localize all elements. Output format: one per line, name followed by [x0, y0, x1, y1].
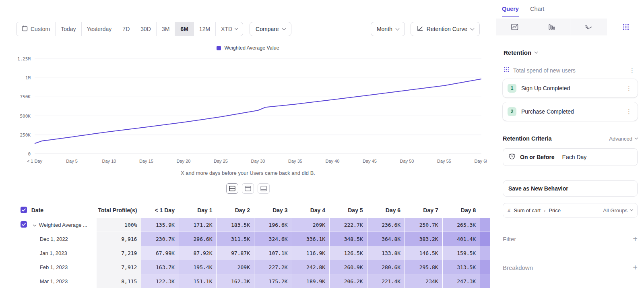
retention-cell[interactable]: 296.6K: [179, 232, 217, 246]
retention-cell[interactable]: 196.6K: [254, 218, 292, 232]
collapse-chevron-icon[interactable]: [33, 223, 36, 226]
table-row[interactable]: Feb 1, 20237,912163.7K195.4K209K227.2K24…: [17, 260, 490, 274]
retention-cell[interactable]: 313.5K: [443, 260, 480, 274]
layout-bottom-button[interactable]: [258, 183, 270, 194]
retention-cell[interactable]: 163.7K: [141, 260, 179, 274]
retention-cell[interactable]: 364.8K: [367, 232, 405, 246]
column-header[interactable]: Day 7: [405, 203, 442, 218]
tab-query[interactable]: Query: [502, 6, 519, 17]
retention-cell[interactable]: 221.4K: [367, 274, 405, 288]
column-header[interactable]: Date: [31, 203, 97, 218]
retention-cell[interactable]: 206.2K: [330, 274, 367, 288]
range-12m[interactable]: 12M: [194, 22, 216, 36]
retention-cell[interactable]: 250.7K: [405, 218, 442, 232]
retention-cell[interactable]: 324.6K: [254, 232, 292, 246]
retention-cell[interactable]: 209K: [217, 260, 254, 274]
chart-legend[interactable]: Weighted Average Value: [0, 45, 496, 51]
retention-cell[interactable]: 227.2K: [254, 260, 292, 274]
retention-cell[interactable]: 236.6K: [367, 218, 405, 232]
retention-cell[interactable]: 195.4K: [179, 260, 217, 274]
retention-cell[interactable]: 67.99K: [141, 246, 179, 260]
column-header[interactable]: Total Profile(s): [97, 203, 141, 218]
funnels-icon[interactable]: [533, 19, 570, 35]
retention-cell[interactable]: 265.3K: [443, 218, 480, 232]
retention-cell[interactable]: 87.92K: [179, 246, 217, 260]
column-header[interactable]: Day 4: [292, 203, 330, 218]
range-custom[interactable]: Custom: [17, 22, 56, 36]
range-xtd[interactable]: XTD: [216, 22, 243, 36]
table-row[interactable]: Dec 1, 20229,916230.7K296.6K311.5K324.6K…: [17, 232, 490, 246]
retention-cell[interactable]: 383.2K: [405, 232, 442, 246]
retention-cell[interactable]: 97.87K: [217, 246, 254, 260]
behavior-header[interactable]: Total spend of new users ⋮: [503, 66, 638, 74]
retention-section-selector[interactable]: Retention: [504, 49, 638, 56]
retention-cell[interactable]: 209K: [292, 218, 330, 232]
flows-icon[interactable]: [570, 19, 607, 35]
retention-cell[interactable]: 162.3K: [217, 274, 254, 288]
criteria-mode-selector[interactable]: Advanced: [609, 136, 638, 142]
column-header[interactable]: Day 1: [179, 203, 217, 218]
range-3m[interactable]: 3M: [157, 22, 175, 36]
retention-cell[interactable]: 242.8K: [292, 260, 330, 274]
table-row[interactable]: Jan 1, 20237,21967.99K87.92K97.87K107.1K…: [17, 246, 490, 260]
retention-cell[interactable]: 260.9K: [330, 260, 367, 274]
retention-cell[interactable]: 401.4K: [443, 232, 480, 246]
row-checkbox[interactable]: [21, 221, 27, 228]
column-header[interactable]: < 1 Day: [141, 203, 179, 218]
measure-property-selector[interactable]: # Sum of cart › Price All Groups: [503, 203, 638, 218]
retention-cell[interactable]: 133.8K: [367, 246, 405, 260]
retention-cell[interactable]: 183.5K: [217, 218, 254, 232]
retention-cell[interactable]: 135.9K: [141, 218, 179, 232]
table-row[interactable]: Weighted Average ...100%135.9K171.2K183.…: [17, 218, 490, 232]
range-7d[interactable]: 7D: [117, 22, 135, 36]
compare-button[interactable]: Compare: [250, 22, 291, 36]
retention-cell[interactable]: 189.9K: [292, 274, 330, 288]
column-header[interactable]: Day 8: [443, 203, 480, 218]
layout-split-button[interactable]: [242, 183, 254, 194]
retention-cell[interactable]: 222.7K: [330, 218, 367, 232]
range-30d[interactable]: 30D: [135, 22, 157, 36]
retention-cell[interactable]: 348.5K: [330, 232, 367, 246]
retention-cell[interactable]: 295.8K: [405, 260, 442, 274]
retention-cell[interactable]: 126.5K: [330, 246, 367, 260]
select-all-checkbox[interactable]: [21, 207, 27, 213]
retention-cell[interactable]: 280.6K: [367, 260, 405, 274]
add-breakdown-button[interactable]: +: [633, 263, 638, 272]
save-behavior-button[interactable]: Save as New Behavior: [503, 180, 638, 197]
retention-icon[interactable]: [607, 19, 644, 35]
retention-cell[interactable]: 151.1K: [179, 274, 217, 288]
range-today[interactable]: Today: [56, 22, 81, 36]
kebab-menu-icon[interactable]: ⋮: [624, 108, 634, 115]
column-header[interactable]: Day 6: [367, 203, 405, 218]
retention-cell[interactable]: 230.7K: [141, 232, 179, 246]
tab-chart[interactable]: Chart: [530, 6, 544, 17]
kebab-menu-icon[interactable]: ⋮: [624, 85, 634, 92]
retention-cell[interactable]: 171.2K: [179, 218, 217, 232]
retention-cell[interactable]: 122.3K: [141, 274, 179, 288]
range-yesterday[interactable]: Yesterday: [82, 22, 118, 36]
step-card-2[interactable]: 2 Purchase Completed ⋮: [503, 102, 638, 121]
retention-cell[interactable]: 234K: [405, 274, 442, 288]
retention-cell[interactable]: 247.3K: [443, 274, 480, 288]
kebab-menu-icon[interactable]: ⋮: [627, 67, 637, 74]
table-row[interactable]: Mar 1, 20238,115122.3K151.1K162.3K175.2K…: [17, 274, 490, 288]
criteria-condition-selector[interactable]: On or Before Each Day: [503, 148, 638, 166]
retention-cell[interactable]: 146.5K: [405, 246, 442, 260]
column-header[interactable]: Day 3: [254, 203, 292, 218]
groups-selector[interactable]: All Groups: [603, 207, 633, 213]
retention-cell[interactable]: 336.1K: [292, 232, 330, 246]
layout-rows-button[interactable]: [226, 183, 238, 194]
range-6m[interactable]: 6M: [175, 22, 194, 36]
column-header[interactable]: Day 5: [330, 203, 367, 218]
retention-cell[interactable]: 311.5K: [217, 232, 254, 246]
step-card-1[interactable]: 1 Sign Up Completed ⋮: [503, 79, 638, 97]
retention-cell[interactable]: 107.1K: [254, 246, 292, 260]
retention-cell[interactable]: 175.2K: [254, 274, 292, 288]
retention-cell[interactable]: 116.9K: [292, 246, 330, 260]
chart-type-button[interactable]: Retention Curve: [411, 22, 480, 36]
granularity-button[interactable]: Month: [371, 22, 405, 36]
insights-icon[interactable]: [496, 19, 533, 35]
column-header[interactable]: Day 2: [217, 203, 254, 218]
add-filter-button[interactable]: +: [633, 234, 638, 244]
retention-chart-svg[interactable]: 0250K500K750K1M1.25M< 1 DayDay 5Day 10Da…: [7, 52, 487, 172]
